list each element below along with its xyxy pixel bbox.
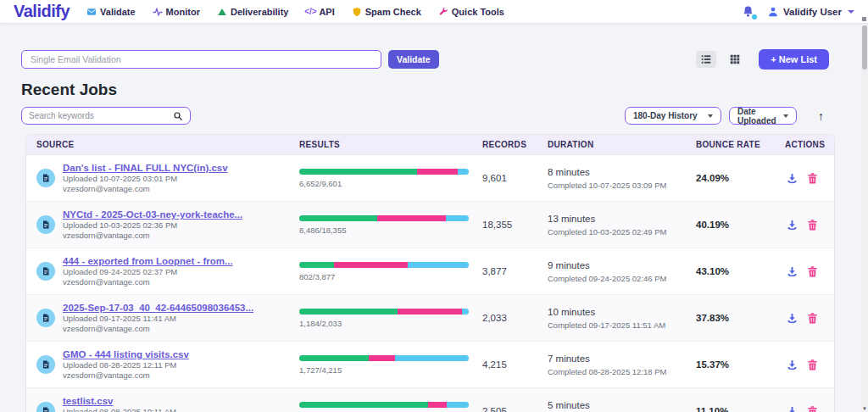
history-filter-select[interactable]: 180-Day History [625,107,721,125]
delete-button[interactable] [805,311,820,326]
completed-timestamp: Completed 08-28-2025 12:18 PM [548,367,696,376]
completed-timestamp: Completed 09-17-2025 11:51 AM [548,320,696,330]
uploader-email: vzesdorn@vantage.com [63,370,189,380]
chevron-down-icon [708,114,713,118]
delete-button[interactable] [805,264,820,279]
table-body: Dan's list - FINAL FULL NYC(in).csv Uplo… [26,154,834,412]
job-link[interactable]: testlist.csv [63,396,176,406]
chevron-down-icon [848,10,854,14]
download-button[interactable] [785,264,799,279]
nav-menu: ValidateMonitorDeliverability</>APISpam … [86,7,504,17]
results-progress-bar [299,262,469,268]
user-menu[interactable]: Validify User [767,6,854,18]
nav-item-validate[interactable]: Validate [86,7,136,17]
nav-item-api[interactable]: </>API [305,7,334,17]
download-button[interactable] [785,358,799,372]
nav-item-monitor[interactable]: Monitor [153,7,200,17]
uploaded-timestamp: Uploaded 09-24-2025 02:37 PM [63,267,233,276]
page-title: Recent Jobs [21,81,847,99]
nav-item-label: Monitor [166,7,200,17]
duration-cell: 5 minutes Completed 08-08-2025 10:16 AM [548,400,696,412]
download-button[interactable] [785,311,799,326]
progress-segment-cyan [447,402,469,408]
results-progress-bar [299,215,469,221]
search-icon[interactable] [173,111,183,121]
grid-view-toggle-icon[interactable] [725,51,745,68]
progress-segment-green [299,402,428,408]
sort-field-select[interactable]: Date Uploaded [729,107,797,125]
delete-button[interactable] [805,218,820,232]
actions-cell [785,404,834,412]
bounce-rate-cell: 40.19% [696,220,785,230]
progress-segment-cyan [462,309,469,315]
scrollbar-thumb[interactable] [862,25,867,70]
progress-segment-green [299,309,398,315]
actions-cell [785,171,834,186]
delete-button[interactable] [805,404,820,412]
single-email-input[interactable] [21,50,381,69]
source-text: testlist.csv Uploaded 08-08-2025 10:11 A… [63,396,176,412]
col-header-actions: ACTIONS [785,140,834,149]
job-link[interactable]: GMO - 444 listing visits.csv [63,349,189,359]
notifications-bell-icon[interactable] [742,5,755,19]
col-header-results: RESULTS [299,140,482,149]
new-list-button[interactable]: + New List [759,49,829,70]
nav-item-quick-tools[interactable]: Quick Tools [438,7,504,17]
records-cell: 2,033 [482,313,548,323]
nav-item-label: Quick Tools [452,7,504,17]
app-logo[interactable]: Validify [14,2,70,21]
records-cell: 4,215 [482,359,548,370]
trash-icon [806,405,819,412]
actions-cell [785,264,834,279]
duration-value: 7 minutes [548,354,696,364]
user-name: Validify User [783,7,842,17]
progress-label: 1,727/4,215 [299,365,470,375]
progress-segment-pink [377,215,445,221]
progress-label: 802/3,877 [299,272,470,281]
job-link[interactable]: NYCtd - 2025-Oct-03-ney-york-teache... [63,209,242,220]
records-cell: 18,355 [482,220,548,230]
vertical-scrollbar[interactable]: ▼ [861,25,868,412]
results-progress-bar [299,355,469,361]
duration-cell: 9 minutes Completed 09-24-2025 02:46 PM [548,260,696,283]
progress-segment-green [299,215,377,221]
source-text: 2025-Sep-17-03_40_42-64465098036453... U… [63,303,253,333]
job-link[interactable]: Dan's list - FINAL FULL NYC(in).csv [63,163,228,173]
sort-direction-arrow-icon[interactable]: ↑ [818,110,824,122]
delete-button[interactable] [805,171,820,186]
records-cell: 2,505 [482,406,548,412]
scrollbar-down-arrow-icon[interactable]: ▼ [861,406,868,411]
delete-button[interactable] [805,358,820,372]
download-icon [786,312,798,325]
trash-icon [806,359,819,371]
col-header-bounce-rate: BOUNCE RATE [696,140,785,149]
job-link[interactable]: 2025-Sep-17-03_40_42-64465098036453... [63,303,253,313]
uploaded-timestamp: Uploaded 10-07-2025 03:01 PM [63,174,228,183]
triangle-icon [217,7,227,17]
nav-item-deliverability[interactable]: Deliverability [217,7,288,17]
search-input[interactable] [29,111,173,120]
nav-item-spam-check[interactable]: Spam Check [352,7,421,17]
uploader-email: vzesdorn@vantage.com [63,277,233,287]
uploader-email: vzesdorn@vantage.com [63,184,228,193]
trash-icon [806,219,819,231]
actions-cell [785,358,834,372]
bounce-rate-cell: 43.10% [696,266,785,276]
list-view-toggle-icon[interactable] [696,51,716,68]
quick-validate-row: Validate + New List [21,49,829,70]
download-button[interactable] [785,171,799,186]
download-button[interactable] [785,218,799,232]
actions-cell [785,218,834,232]
file-icon [36,309,55,327]
source-text: 444 - exported from Loopnet - from... Up… [63,256,233,287]
validate-button[interactable]: Validate [388,50,439,69]
nav-item-label: Spam Check [365,7,421,17]
download-button[interactable] [785,404,799,412]
job-link[interactable]: 444 - exported from Loopnet - from... [63,256,233,266]
col-header-records: RECORDS [482,140,548,149]
source-cell: 2025-Sep-17-03_40_42-64465098036453... U… [26,303,299,333]
completed-timestamp: Completed 10-03-2025 02:49 PM [548,227,696,237]
table-row: Dan's list - FINAL FULL NYC(in).csv Uplo… [26,154,834,201]
shield-icon [352,7,362,17]
notification-dot [752,14,757,19]
